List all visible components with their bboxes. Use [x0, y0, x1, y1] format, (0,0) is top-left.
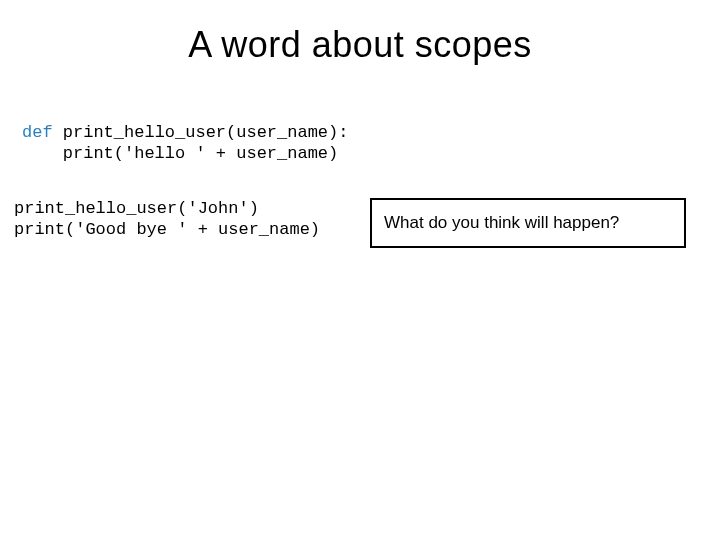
- call-line-1: print_hello_user('John'): [14, 199, 259, 218]
- code-calls: print_hello_user('John') print('Good bye…: [14, 198, 320, 241]
- code-function-def: def print_hello_user(user_name): print('…: [22, 122, 348, 165]
- keyword-def: def: [22, 123, 63, 142]
- slide-title: A word about scopes: [0, 24, 720, 66]
- callout-text: What do you think will happen?: [384, 213, 619, 233]
- def-signature: print_hello_user(user_name):: [63, 123, 349, 142]
- def-body: print('hello ' + user_name): [22, 144, 338, 163]
- question-callout: What do you think will happen?: [370, 198, 686, 248]
- call-line-2: print('Good bye ' + user_name): [14, 220, 320, 239]
